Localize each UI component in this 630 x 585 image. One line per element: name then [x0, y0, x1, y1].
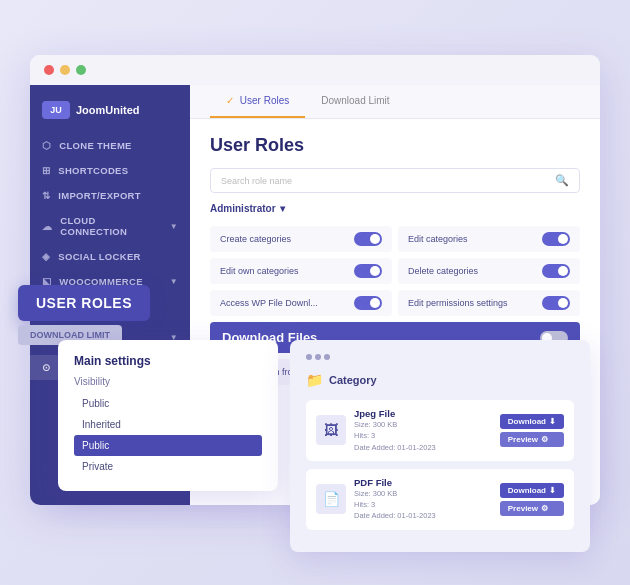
clone-theme-icon: ⬡ — [42, 140, 51, 151]
dot-yellow[interactable] — [60, 65, 70, 75]
toggle-access-wp[interactable] — [354, 296, 382, 310]
category-label: Category — [329, 374, 377, 386]
download-icon: ⬇ — [549, 486, 556, 495]
social-locker-icon: ◈ — [42, 251, 50, 262]
pdf-file-info: PDF File Size: 300 KB Hits: 3 Date Added… — [354, 477, 492, 522]
toggle-edit-permissions[interactable] — [542, 296, 570, 310]
chevron-down-icon: ▼ — [170, 277, 178, 286]
jpeg-file-info: Jpeg File Size: 300 KB Hits: 3 Date Adde… — [354, 408, 492, 453]
sidebar-logo: JU JoomUnited — [30, 93, 190, 133]
perm-edit-categories: Edit categories — [398, 226, 580, 252]
pdf-file-name: PDF File — [354, 477, 492, 488]
pdf-icon: 📄 — [316, 484, 346, 514]
dot1 — [306, 354, 312, 360]
download-icon: ⬇ — [549, 417, 556, 426]
sidebar-item-clone-theme[interactable]: ⬡ CLONE THEME — [30, 133, 190, 158]
gear-icon: ⚙ — [541, 504, 548, 513]
perm-access-wp: Access WP File Downl... — [210, 290, 392, 316]
toggle-edit-own-categories[interactable] — [354, 264, 382, 278]
sidebar-item-cloud-connection[interactable]: ☁ CLOUD CONNECTION ▼ — [30, 208, 190, 244]
perm-create-categories: Create categories — [210, 226, 392, 252]
visibility-option-inherited[interactable]: Inherited — [74, 414, 262, 435]
perm-label: Create categories — [220, 234, 291, 244]
perm-label: Access WP File Downl... — [220, 298, 318, 308]
sidebar-item-label: SHORTCODES — [58, 165, 128, 176]
sidebar-item-import-export[interactable]: ⇅ IMPORT/EXPORT — [30, 183, 190, 208]
sidebar-item-social-locker[interactable]: ◈ SOCIAL LOCKER — [30, 244, 190, 269]
pdf-file-date: Date Added: 01-01-2023 — [354, 510, 492, 521]
page-title: User Roles — [210, 135, 580, 156]
pdf-file-actions: Download ⬇ Preview ⚙ — [500, 483, 564, 516]
jpeg-file-date: Date Added: 01-01-2023 — [354, 442, 492, 453]
visibility-label: Visibility — [74, 376, 262, 387]
file-panel-header: 📁 Category — [306, 372, 574, 388]
tab-user-roles[interactable]: ✓ User Roles — [210, 85, 305, 118]
perm-edit-permissions: Edit permissions settings — [398, 290, 580, 316]
toggle-edit-categories[interactable] — [542, 232, 570, 246]
folder-icon: 📁 — [306, 372, 323, 388]
file-panel: 📁 Category 🖼 Jpeg File Size: 300 KB Hits… — [290, 340, 590, 552]
gear-icon: ⚙ — [541, 435, 548, 444]
logo-icon: JU — [42, 101, 70, 119]
dot3 — [324, 354, 330, 360]
toggle-delete-categories[interactable] — [542, 264, 570, 278]
jpeg-preview-button[interactable]: Preview ⚙ — [500, 432, 564, 447]
dots-row — [306, 354, 574, 360]
sidebar-item-label: CLONE THEME — [59, 140, 131, 151]
import-export-icon: ⇅ — [42, 190, 50, 201]
jpeg-file-name: Jpeg File — [354, 408, 492, 419]
perm-label: Edit categories — [408, 234, 468, 244]
perm-label: Delete categories — [408, 266, 478, 276]
pdf-file-size: Size: 300 KB — [354, 488, 492, 499]
pdf-preview-button[interactable]: Preview ⚙ — [500, 501, 564, 516]
settings-panel: Main settings Visibility Public Inherite… — [58, 340, 278, 491]
search-bar[interactable]: Search role name 🔍 — [210, 168, 580, 193]
toggle-create-categories[interactable] — [354, 232, 382, 246]
perm-label: Edit own categories — [220, 266, 299, 276]
dot2 — [315, 354, 321, 360]
tab-download-limit[interactable]: Download Limit — [305, 85, 405, 118]
browser-titlebar — [30, 55, 600, 85]
check-icon: ✓ — [226, 95, 234, 106]
logo-text: JoomUnited — [76, 104, 140, 116]
visibility-option-public2[interactable]: Public — [74, 435, 262, 456]
dot-red[interactable] — [44, 65, 54, 75]
visibility-option-public1[interactable]: Public — [74, 393, 262, 414]
sidebar-item-shortcodes[interactable]: ⊞ SHORTCODES — [30, 158, 190, 183]
cloud-icon: ☁ — [42, 221, 52, 232]
sidebar-item-label: CLOUD CONNECTION — [60, 215, 161, 237]
role-dropdown[interactable]: Administrator ▾ — [210, 203, 580, 214]
visibility-option-private[interactable]: Private — [74, 456, 262, 477]
perm-label: Edit permissions settings — [408, 298, 508, 308]
dot-green[interactable] — [76, 65, 86, 75]
search-placeholder: Search role name — [221, 176, 292, 186]
pdf-download-button[interactable]: Download ⬇ — [500, 483, 564, 498]
file-access-icon: ⊙ — [42, 362, 50, 373]
sidebar-item-label: IMPORT/EXPORT — [58, 190, 141, 201]
jpeg-file-size: Size: 300 KB — [354, 419, 492, 430]
chevron-down-icon: ▼ — [170, 222, 178, 231]
shortcodes-icon: ⊞ — [42, 165, 50, 176]
settings-title: Main settings — [74, 354, 262, 368]
perm-delete-categories: Delete categories — [398, 258, 580, 284]
permissions-grid: Create categories Edit categories Edit o… — [210, 226, 580, 316]
file-item-jpeg: 🖼 Jpeg File Size: 300 KB Hits: 3 Date Ad… — [306, 400, 574, 461]
jpeg-icon: 🖼 — [316, 415, 346, 445]
chevron-down-icon: ▾ — [280, 203, 285, 214]
main-tabs: ✓ User Roles Download Limit — [190, 85, 600, 119]
jpeg-file-actions: Download ⬇ Preview ⚙ — [500, 414, 564, 447]
jpeg-file-hits: Hits: 3 — [354, 430, 492, 441]
pdf-file-hits: Hits: 3 — [354, 499, 492, 510]
user-roles-badge: USER ROLES — [18, 285, 150, 321]
search-icon[interactable]: 🔍 — [555, 174, 569, 187]
file-item-pdf: 📄 PDF File Size: 300 KB Hits: 3 Date Add… — [306, 469, 574, 530]
jpeg-download-button[interactable]: Download ⬇ — [500, 414, 564, 429]
sidebar-item-label: SOCIAL LOCKER — [58, 251, 140, 262]
perm-edit-own-categories: Edit own categories — [210, 258, 392, 284]
